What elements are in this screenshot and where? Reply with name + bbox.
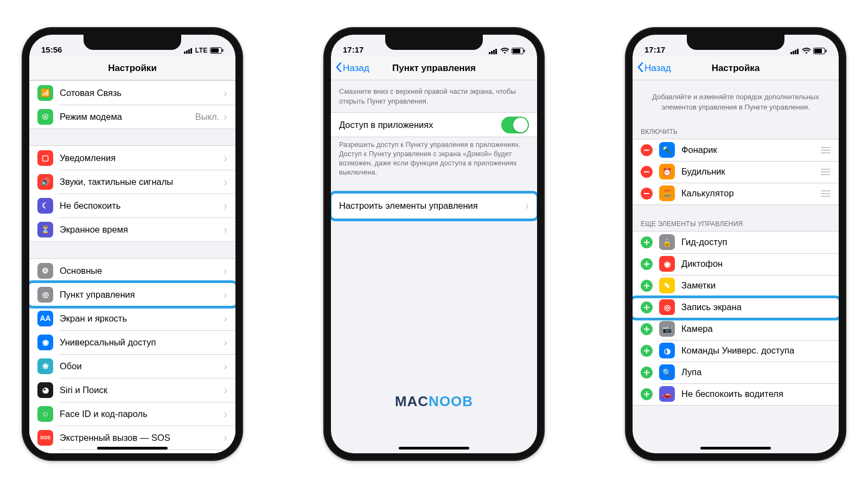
row-label: Будильник	[681, 166, 816, 177]
add-button[interactable]	[641, 345, 653, 357]
remove-button[interactable]	[641, 144, 653, 156]
row-general[interactable]: ⚙︎Основные›	[29, 259, 235, 282]
row-cellular[interactable]: 📶Сотовая Связь›	[29, 81, 235, 105]
row-access-in-apps[interactable]: Доступ в приложениях	[331, 113, 537, 137]
row-wallpaper[interactable]: ❀Обои›	[29, 354, 235, 378]
back-button[interactable]: Назад	[637, 56, 671, 80]
add-button[interactable]	[641, 258, 653, 270]
wallpaper-icon: ❀	[37, 358, 53, 374]
chevron-right-icon: ›	[224, 288, 227, 301]
row-label: Команды Универс. доступа	[681, 345, 831, 356]
more-notes[interactable]: ✎Заметки	[633, 275, 839, 297]
accessibility-icon: ◉	[37, 335, 53, 350]
sos-icon: SOS	[37, 430, 53, 446]
svg-rect-14	[790, 52, 792, 54]
customize-label: Настроить элементы управления	[339, 201, 525, 211]
row-label: Пункт управления	[60, 290, 224, 300]
settings-list[interactable]: 📶Сотовая Связь›⦾Режим модемаВыкл.› ▢Увед…	[29, 80, 235, 453]
nav-bar: Настройки	[29, 56, 235, 80]
row-display[interactable]: AAЭкран и яркость›	[29, 306, 235, 330]
row-faceid[interactable]: ☺︎Face ID и код-пароль›	[29, 402, 235, 426]
more-shortcuts[interactable]: ◑Команды Универс. доступа	[633, 340, 839, 362]
chevron-left-icon	[637, 62, 643, 75]
add-button[interactable]	[641, 301, 653, 313]
sounds-icon: 🔊	[37, 174, 53, 190]
row-accessibility[interactable]: ◉Универсальный доступ›	[29, 330, 235, 354]
row-hotspot[interactable]: ⦾Режим модемаВыкл.›	[29, 105, 235, 129]
guided-access-icon: 🔒	[659, 234, 675, 250]
chevron-right-icon: ›	[224, 312, 227, 325]
included-flashlight[interactable]: 🔦Фонарик	[633, 139, 839, 161]
row-label: Siri и Поиск	[60, 385, 224, 395]
row-detail: Выкл.	[195, 112, 219, 122]
more-guided-access[interactable]: 🔒Гид-доступ	[633, 232, 839, 253]
add-button[interactable]	[641, 367, 653, 378]
remove-button[interactable]	[641, 166, 653, 178]
row-screentime[interactable]: ⏳Экранное время›	[29, 217, 235, 241]
notifications-icon: ▢	[37, 150, 53, 166]
toggle-label: Доступ в приложениях	[339, 120, 501, 130]
svg-rect-13	[524, 50, 525, 53]
row-label: Экранное время	[60, 224, 224, 235]
chevron-right-icon: ›	[224, 360, 227, 373]
chevron-right-icon: ›	[224, 432, 227, 444]
add-button[interactable]	[641, 323, 653, 335]
row-label: Фонарик	[681, 145, 816, 155]
wifi-icon	[500, 48, 509, 54]
more-magnifier[interactable]: 🔍Лупа	[633, 362, 839, 383]
flashlight-icon: 🔦	[659, 142, 675, 158]
row-label: Экстренный вызов — SOS	[60, 433, 224, 443]
svg-rect-6	[222, 49, 224, 52]
nav-bar: Назад Пункт управления	[331, 56, 537, 80]
add-button[interactable]	[641, 280, 653, 292]
battery-icon	[813, 48, 827, 54]
screen-record-icon: ◎	[659, 299, 675, 315]
row-control-center[interactable]: ◎Пункт управления›	[29, 282, 235, 306]
svg-rect-10	[495, 49, 497, 54]
svg-rect-7	[489, 52, 490, 54]
back-button[interactable]: Назад	[335, 56, 369, 80]
wifi-icon	[802, 48, 811, 54]
remove-button[interactable]	[641, 188, 653, 200]
add-button[interactable]	[641, 236, 653, 248]
voice-memos-icon: ◉	[659, 256, 675, 272]
drag-handle-icon[interactable]	[821, 169, 831, 175]
row-siri[interactable]: ◕Siri и Поиск›	[29, 378, 235, 402]
drag-handle-icon[interactable]	[821, 190, 831, 197]
svg-rect-15	[793, 51, 794, 54]
included-alarm[interactable]: ⏰Будильник	[633, 161, 839, 183]
row-battery[interactable]: ▮Аккумулятор›	[29, 450, 235, 453]
add-button[interactable]	[641, 388, 653, 400]
row-label: Основные	[60, 266, 224, 276]
row-customize-controls[interactable]: Настроить элементы управления ›	[331, 193, 537, 219]
row-dnd[interactable]: ☾Не беспокоить›	[29, 194, 235, 217]
svg-rect-16	[795, 50, 796, 54]
row-label: Уведомления	[60, 153, 224, 163]
signal-icon	[790, 48, 800, 54]
row-sos[interactable]: SOSЭкстренный вызов — SOS›	[29, 426, 235, 450]
row-label: Face ID и код-пароль	[60, 409, 224, 419]
home-indicator[interactable]	[399, 447, 469, 450]
included-calculator[interactable]: 🧮Калькулятор	[633, 183, 839, 204]
more-camera[interactable]: 📷Камера	[633, 318, 839, 340]
network-label: LTE	[195, 47, 208, 54]
customize-list[interactable]: Добавляйте и изменяйте порядок дополните…	[633, 80, 839, 453]
more-voice-memos[interactable]: ◉Диктофон	[633, 253, 839, 275]
row-label: Не беспокоить	[60, 201, 224, 211]
chevron-right-icon: ›	[224, 384, 227, 396]
row-sounds[interactable]: 🔊Звуки, тактильные сигналы›	[29, 170, 235, 194]
row-label: Калькулятор	[681, 188, 816, 198]
row-label: Заметки	[681, 280, 831, 291]
row-notifications[interactable]: ▢Уведомления›	[29, 146, 235, 170]
more-header: ЕЩЕ ЭЛЕМЕНТЫ УПРАВЛЕНИЯ	[633, 217, 839, 231]
dnd-icon: ☾	[37, 198, 53, 214]
battery-icon	[210, 47, 224, 54]
more-screen-record[interactable]: ◎Запись экрана	[633, 297, 839, 318]
drag-handle-icon[interactable]	[821, 147, 831, 153]
signal-icon	[184, 48, 193, 54]
more-dnd-driving[interactable]: 🚗Не беспокоить водителя	[633, 383, 839, 405]
row-label: Универсальный доступ	[60, 337, 224, 348]
home-indicator[interactable]	[97, 447, 168, 450]
home-indicator[interactable]	[700, 447, 771, 450]
toggle-access-in-apps[interactable]	[501, 117, 529, 133]
